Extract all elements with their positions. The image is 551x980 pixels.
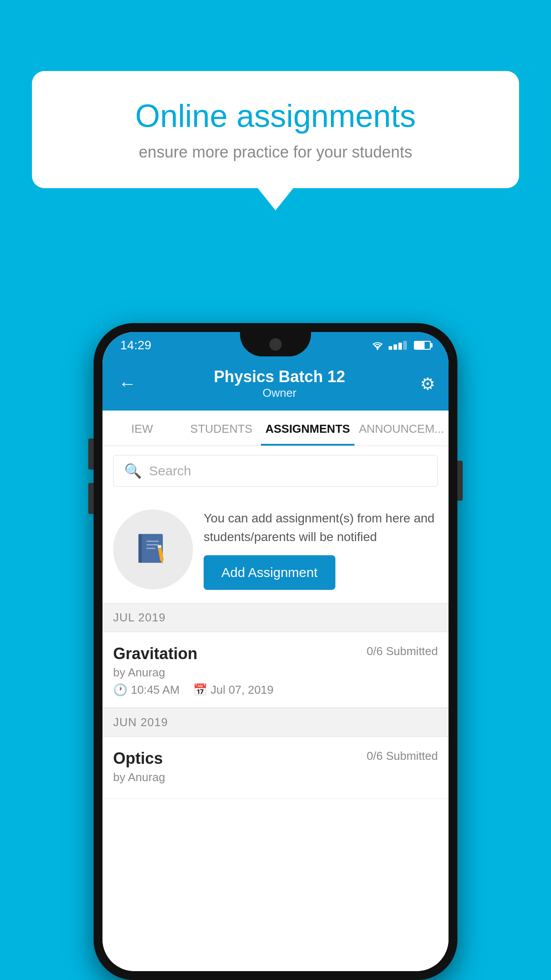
tab-assignments[interactable]: ASSIGNMENTS bbox=[261, 411, 354, 446]
battery-icon bbox=[414, 341, 431, 350]
status-bar: 14:29 bbox=[102, 332, 449, 359]
speech-bubble-container: Online assignments ensure more practice … bbox=[32, 71, 519, 210]
promo-icon-circle bbox=[113, 510, 193, 589]
svg-rect-5 bbox=[146, 548, 155, 549]
tab-announcements[interactable]: ANNOUNCEM... bbox=[354, 411, 449, 446]
promo-section: You can add assignment(s) from here and … bbox=[102, 496, 449, 603]
power-button bbox=[457, 461, 463, 501]
search-bar[interactable]: 🔍 Search bbox=[113, 455, 438, 487]
content-area: 🔍 Search bbox=[102, 446, 449, 971]
phone-screen: 14:29 bbox=[102, 332, 449, 971]
back-button[interactable]: ← bbox=[116, 371, 139, 396]
volume-down-button bbox=[88, 483, 94, 514]
search-container: 🔍 Search bbox=[102, 446, 449, 496]
assignment-item-gravitation[interactable]: Gravitation 0/6 Submitted by Anurag 🕐 10… bbox=[102, 632, 449, 708]
assignment-submitted-optics: 0/6 Submitted bbox=[367, 749, 438, 763]
svg-rect-2 bbox=[138, 534, 142, 563]
speech-bubble-title: Online assignments bbox=[67, 98, 484, 134]
speech-bubble-tail bbox=[258, 188, 293, 210]
section-jul-label: JUL 2019 bbox=[113, 611, 165, 624]
camera bbox=[269, 338, 282, 351]
assignment-item-optics[interactable]: Optics 0/6 Submitted by Anurag bbox=[102, 737, 449, 799]
clock-icon: 🕐 bbox=[113, 683, 127, 697]
date-value: Jul 07, 2019 bbox=[211, 683, 274, 697]
wifi-icon bbox=[371, 340, 384, 350]
notebook-icon bbox=[133, 530, 173, 569]
assignment-meta: 🕐 10:45 AM 📅 Jul 07, 2019 bbox=[113, 683, 438, 697]
signal-icon bbox=[389, 341, 407, 350]
header-center: Physics Batch 12 Owner bbox=[214, 368, 345, 400]
phone-frame: 14:29 bbox=[94, 323, 457, 980]
status-time: 14:29 bbox=[120, 338, 151, 352]
assignment-by: by Anurag bbox=[113, 666, 438, 680]
header-subtitle: Owner bbox=[214, 386, 345, 400]
speech-bubble-subtitle: ensure more practice for your students bbox=[67, 143, 484, 162]
speech-bubble: Online assignments ensure more practice … bbox=[32, 71, 519, 188]
assignment-date: 📅 Jul 07, 2019 bbox=[193, 683, 274, 697]
time-value: 10:45 AM bbox=[131, 683, 180, 697]
volume-up-button bbox=[88, 439, 94, 470]
section-jun-label: JUN 2019 bbox=[113, 715, 168, 729]
status-icons bbox=[371, 340, 431, 350]
add-assignment-button[interactable]: Add Assignment bbox=[204, 555, 335, 590]
tab-iew[interactable]: IEW bbox=[102, 411, 182, 446]
search-input-placeholder: Search bbox=[149, 463, 191, 478]
svg-rect-3 bbox=[146, 541, 159, 542]
promo-text: You can add assignment(s) from here and … bbox=[204, 509, 438, 546]
assignment-time: 🕐 10:45 AM bbox=[113, 683, 180, 697]
tabs-bar: IEW STUDENTS ASSIGNMENTS ANNOUNCEM... bbox=[102, 411, 449, 446]
section-jul-2019: JUL 2019 bbox=[102, 603, 449, 632]
notch bbox=[240, 332, 311, 356]
section-jun-2019: JUN 2019 bbox=[102, 708, 449, 737]
tab-students[interactable]: STUDENTS bbox=[182, 411, 261, 446]
assignment-row-header: Gravitation 0/6 Submitted bbox=[113, 644, 438, 663]
search-icon: 🔍 bbox=[124, 462, 142, 479]
settings-button[interactable]: ⚙ bbox=[420, 374, 435, 394]
assignment-name-optics: Optics bbox=[113, 749, 163, 768]
app-header: ← Physics Batch 12 Owner ⚙ bbox=[102, 359, 449, 411]
svg-point-0 bbox=[377, 348, 378, 350]
assignment-name: Gravitation bbox=[113, 644, 197, 663]
assignment-by-optics: by Anurag bbox=[113, 771, 438, 784]
svg-rect-4 bbox=[146, 544, 159, 545]
calendar-icon: 📅 bbox=[193, 683, 207, 697]
batch-title: Physics Batch 12 bbox=[214, 368, 345, 386]
assignment-submitted: 0/6 Submitted bbox=[367, 644, 438, 658]
assignment-row-header-optics: Optics 0/6 Submitted bbox=[113, 749, 438, 768]
promo-content: You can add assignment(s) from here and … bbox=[204, 509, 438, 590]
